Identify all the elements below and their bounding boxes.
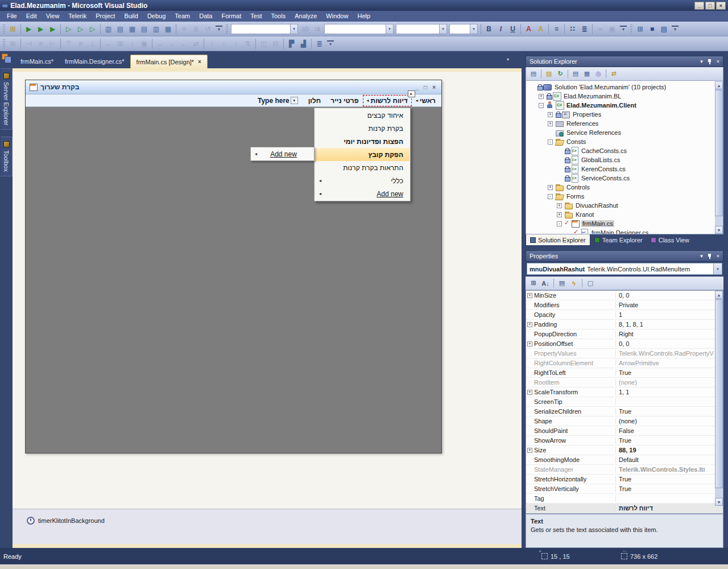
property-expander[interactable]: + bbox=[527, 293, 532, 298]
toolbar-grip[interactable] bbox=[3, 24, 5, 34]
close-icon[interactable]: × bbox=[716, 2, 726, 10]
pin-icon[interactable] bbox=[708, 253, 712, 259]
type-here-dropdown-icon[interactable]: ▾ bbox=[291, 97, 298, 104]
property-row[interactable]: Modifiers Private bbox=[526, 300, 723, 310]
vspace-equal-icon[interactable]: ↕ bbox=[206, 38, 218, 50]
same-size-icon[interactable]: ▣ bbox=[138, 38, 150, 50]
property-row[interactable]: + ScaleTransform 1, 1 bbox=[526, 387, 723, 397]
same-width-icon[interactable]: ↔ bbox=[102, 38, 114, 50]
panel-close-icon[interactable]: × bbox=[717, 253, 719, 259]
tree-expander[interactable]: + bbox=[539, 94, 544, 99]
toolbar-combobox[interactable]: ▾ bbox=[449, 24, 478, 34]
popup-menu-item[interactable]: הפצות ופדיונות יומי bbox=[315, 135, 410, 148]
align-middles-icon[interactable]: ≡ bbox=[75, 38, 86, 50]
property-row[interactable]: + MinSize 0, 0 bbox=[526, 291, 723, 300]
tree-item[interactable]: - frmMain.cs bbox=[526, 219, 723, 228]
run-browser-icon[interactable]: ▷ bbox=[86, 23, 98, 35]
property-row[interactable]: Text דיווח לרשות bbox=[526, 504, 723, 513]
properties-view-icon[interactable]: ▤ bbox=[556, 278, 568, 288]
align-bottoms-icon[interactable]: ⊥ bbox=[86, 38, 98, 50]
tree-expander[interactable]: + bbox=[548, 185, 553, 190]
tree-item[interactable]: + Elad.Mezumanim.BL bbox=[526, 92, 723, 101]
show-all-files-icon[interactable]: ▨ bbox=[543, 68, 555, 79]
center-horizontally-icon[interactable]: ◫ bbox=[258, 38, 270, 50]
add-new-item-icon[interactable]: ⊞ bbox=[7, 23, 19, 35]
highlight-color-icon[interactable]: A bbox=[535, 23, 547, 35]
align-text-icon[interactable]: ≡ bbox=[551, 23, 562, 35]
data-source-5-icon[interactable]: ▥ bbox=[150, 23, 162, 35]
menubar-item[interactable]: View bbox=[42, 11, 64, 22]
align-rights-icon[interactable]: ⊢ bbox=[47, 38, 59, 50]
bring-to-front-icon[interactable]: ▛ bbox=[286, 38, 297, 50]
vspace-decrease-icon[interactable]: ↓ bbox=[230, 38, 242, 50]
categorized-icon[interactable]: ⊞ bbox=[528, 278, 539, 288]
properties-header[interactable]: Properties ▾ × bbox=[526, 250, 723, 262]
scroll-up-icon[interactable]: ▲ bbox=[715, 291, 723, 299]
document-tab[interactable]: frmMain.cs* bbox=[15, 55, 59, 68]
smart-tag-icon[interactable]: ▸ bbox=[408, 90, 415, 97]
menubar-item[interactable]: Tools bbox=[266, 11, 290, 22]
panel-tab[interactable]: Team Explorer bbox=[590, 234, 647, 246]
run-all-icon[interactable]: ▶ bbox=[47, 23, 59, 35]
form-menu-item[interactable]: ◂ ראשי bbox=[412, 95, 440, 106]
combo-arrow-icon[interactable]: ▾ bbox=[290, 24, 297, 34]
scroll-up-icon[interactable]: ▲ bbox=[715, 81, 723, 89]
property-value[interactable]: 88, 19 bbox=[616, 447, 723, 453]
hspace-equal-icon[interactable]: ↔ bbox=[154, 38, 166, 50]
toolbar-combobox[interactable]: ▾ bbox=[231, 24, 298, 34]
picture-icon[interactable]: ▣ bbox=[606, 23, 618, 35]
toolbar-grip[interactable] bbox=[3, 39, 5, 48]
tab-order-icon[interactable]: ≣ bbox=[313, 38, 325, 50]
popup-menu-item[interactable]: איחוד קבצים bbox=[315, 109, 410, 122]
menubar-item[interactable]: Format bbox=[217, 11, 246, 22]
menubar-item[interactable]: Debug bbox=[143, 11, 170, 22]
property-value[interactable]: ArrowPrimitive bbox=[616, 360, 723, 366]
property-value[interactable]: 0, 0 bbox=[616, 340, 723, 347]
menubar-item[interactable]: Test bbox=[246, 11, 266, 22]
tree-expander[interactable]: - bbox=[548, 194, 553, 199]
popup-menu-item[interactable]: ◂ כללי bbox=[315, 174, 410, 187]
tree-item[interactable]: + Properties bbox=[526, 110, 723, 119]
property-expander[interactable]: + bbox=[527, 341, 532, 347]
popup-menu-item[interactable]: ◂ Add new bbox=[315, 187, 410, 200]
tree-expander[interactable]: + bbox=[557, 203, 562, 208]
properties-scrollbar[interactable]: ▲ ▼ bbox=[715, 291, 723, 506]
toolbar-overflow-chevron[interactable]: ▾ bbox=[327, 40, 334, 47]
tree-item[interactable]: KerenConsts.cs bbox=[526, 164, 723, 174]
bold-icon[interactable]: B bbox=[483, 23, 495, 35]
toolbar-combobox[interactable]: ▾ bbox=[396, 24, 447, 34]
panel-menu-icon[interactable]: ▾ bbox=[700, 59, 703, 64]
combo-arrow-icon[interactable]: ▾ bbox=[439, 24, 446, 34]
property-value[interactable]: Default bbox=[616, 456, 723, 463]
toolbar-overflow-chevron[interactable]: ▾ bbox=[672, 26, 679, 32]
object-selector-dropdown-icon[interactable]: ▾ bbox=[713, 263, 722, 274]
property-row[interactable]: PopupDirection Right bbox=[526, 329, 723, 339]
tree-item[interactable]: GlobalLists.cs bbox=[526, 155, 723, 164]
side-tab[interactable]: Server Explorer bbox=[1, 68, 13, 130]
bullet-list-icon[interactable]: ∷ bbox=[566, 23, 578, 35]
outdent-icon[interactable]: ≣ bbox=[190, 23, 202, 35]
property-row[interactable]: StretchVertically True bbox=[526, 484, 723, 494]
minimize-icon[interactable]: _ bbox=[694, 2, 704, 10]
document-tab[interactable]: frmMain.cs [Design]* × bbox=[130, 55, 208, 68]
run-form-icon[interactable]: ▷ bbox=[63, 23, 75, 35]
property-value[interactable]: דיווח לרשות bbox=[616, 505, 723, 512]
tree-item[interactable]: - Consts bbox=[526, 137, 723, 146]
data-source-2-icon[interactable]: ▤ bbox=[114, 23, 126, 35]
data-source-1-icon[interactable]: ▥ bbox=[102, 23, 114, 35]
hspace-remove-icon[interactable]: ⇄ bbox=[190, 38, 202, 50]
undo-format-icon[interactable]: ↺ bbox=[202, 23, 214, 35]
property-value[interactable]: 1, 1 bbox=[616, 389, 723, 395]
toolbar-combobox[interactable]: ▾ bbox=[324, 24, 394, 34]
tree-item[interactable]: + References bbox=[526, 119, 723, 128]
panel-menu-icon[interactable]: ▾ bbox=[700, 253, 703, 259]
snap-to-grid-icon[interactable]: ⊞ bbox=[7, 38, 19, 50]
sync-with-active-document-icon[interactable]: ⇄ bbox=[608, 68, 619, 79]
panel-tab[interactable]: Class View bbox=[647, 234, 693, 246]
vspace-increase-icon[interactable]: ↑ bbox=[218, 38, 230, 50]
indent-icon[interactable]: ≡ bbox=[178, 23, 190, 35]
size-to-grid-icon[interactable]: ⊞ bbox=[114, 38, 126, 50]
property-row[interactable]: Shape (none) bbox=[526, 417, 723, 426]
data-source-6-icon[interactable]: ▦ bbox=[162, 23, 174, 35]
new-window-icon[interactable]: ⊞ bbox=[634, 23, 646, 35]
